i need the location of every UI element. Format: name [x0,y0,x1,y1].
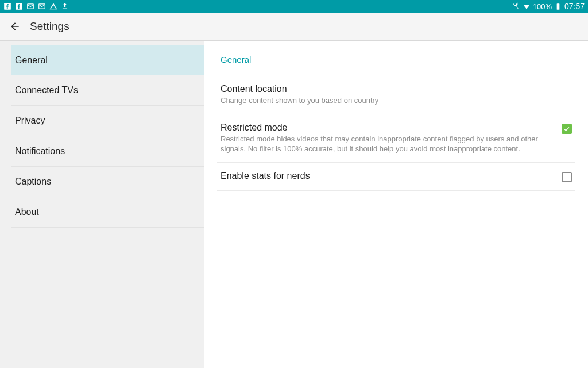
sidebar-item-label: Notifications [15,146,65,156]
facebook-icon [3,2,11,10]
sidebar-item-label: Privacy [15,116,45,125]
svg-rect-4 [557,3,560,9]
sidebar-item-label: General [15,55,48,65]
sidebar-item-notifications[interactable]: Notifications [11,136,204,167]
facebook-icon [15,2,23,10]
back-button[interactable] [8,20,22,33]
mute-icon [512,2,520,10]
row-subtitle: Restricted mode hides videos that may co… [220,134,550,154]
upload-icon [61,2,69,10]
sidebar-item-privacy[interactable]: Privacy [11,106,204,136]
sidebar-item-label: About [15,207,39,217]
sidebar-item-label: Captions [15,177,51,186]
row-restricted-mode[interactable]: Restricted mode Restricted mode hides vi… [217,114,575,163]
warning-icon [49,2,57,10]
app-bar: Settings [0,13,588,41]
wifi-icon [523,2,531,10]
clock: 07:57 [564,2,585,11]
status-bar: 100% 07:57 [0,0,588,13]
sidebar: General Connected TVs Privacy Notificati… [0,41,204,368]
sidebar-item-general[interactable]: General [11,45,204,75]
sidebar-item-about[interactable]: About [11,197,204,228]
content-pane: General Content location Change content … [204,41,588,368]
row-stats-for-nerds[interactable]: Enable stats for nerds [217,163,575,191]
section-header: General [217,55,575,76]
battery-icon [554,2,562,10]
page-title: Settings [30,20,69,33]
mail-icon [26,2,34,10]
row-title: Enable stats for nerds [220,171,550,181]
battery-percent: 100% [533,2,552,11]
sidebar-item-connected-tvs[interactable]: Connected TVs [11,75,204,106]
row-title: Restricted mode [220,122,550,133]
body: General Connected TVs Privacy Notificati… [0,41,588,368]
mail-icon [38,2,46,10]
row-content-location[interactable]: Content location Change content shown to… [217,76,575,114]
stats-for-nerds-checkbox[interactable] [562,172,572,182]
status-left-icons [3,2,69,10]
sidebar-item-captions[interactable]: Captions [11,167,204,197]
restricted-mode-checkbox[interactable] [562,124,572,134]
status-right: 100% 07:57 [512,2,585,11]
row-title: Content location [220,84,560,94]
sidebar-item-label: Connected TVs [15,85,78,95]
arrow-left-icon [9,21,21,32]
row-subtitle: Change content shown to you based on cou… [220,95,560,106]
check-icon [563,125,570,132]
svg-rect-5 [558,3,559,3]
